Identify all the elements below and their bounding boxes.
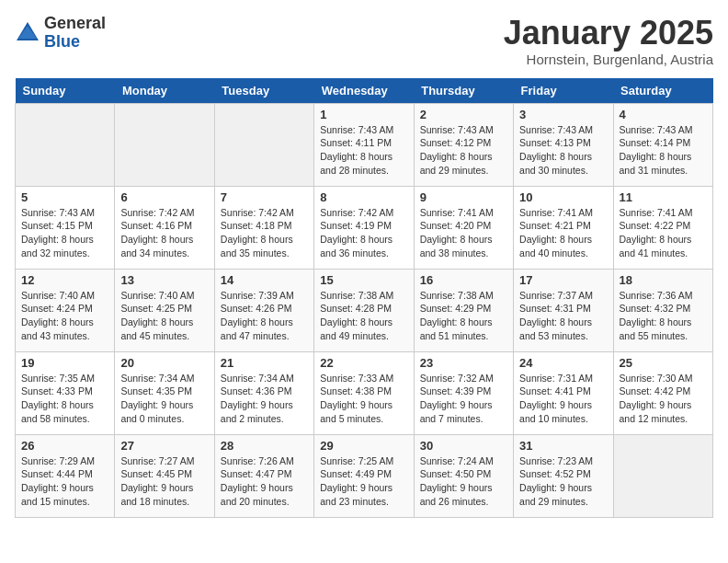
day-info: Sunrise: 7:43 AM Sunset: 4:12 PM Dayligh…: [420, 123, 507, 178]
logo: General Blue: [15, 15, 106, 52]
logo-general-text: General: [44, 15, 106, 33]
day-info: Sunrise: 7:43 AM Sunset: 4:15 PM Dayligh…: [21, 206, 108, 260]
day-number: 30: [420, 439, 507, 453]
day-info: Sunrise: 7:29 AM Sunset: 4:44 PM Dayligh…: [21, 454, 108, 509]
day-info: Sunrise: 7:23 AM Sunset: 4:52 PM Dayligh…: [519, 454, 607, 509]
day-number: 8: [320, 190, 407, 204]
day-number: 25: [620, 356, 707, 370]
day-info: Sunrise: 7:42 AM Sunset: 4:18 PM Dayligh…: [221, 206, 308, 260]
day-info: Sunrise: 7:33 AM Sunset: 4:38 PM Dayligh…: [320, 372, 407, 426]
day-info: Sunrise: 7:38 AM Sunset: 4:28 PM Dayligh…: [320, 289, 407, 343]
calendar-cell: 3Sunrise: 7:43 AM Sunset: 4:13 PM Daylig…: [514, 103, 613, 186]
day-info: Sunrise: 7:40 AM Sunset: 4:25 PM Dayligh…: [120, 289, 208, 343]
day-info: Sunrise: 7:39 AM Sunset: 4:26 PM Dayligh…: [221, 289, 308, 343]
day-number: 31: [519, 439, 607, 453]
calendar-week-row: 12Sunrise: 7:40 AM Sunset: 4:24 PM Dayli…: [16, 269, 713, 351]
calendar-cell: 1Sunrise: 7:43 AM Sunset: 4:11 PM Daylig…: [314, 103, 414, 186]
weekday-header-tuesday: Tuesday: [214, 78, 313, 104]
day-info: Sunrise: 7:41 AM Sunset: 4:21 PM Dayligh…: [519, 206, 607, 260]
calendar-cell: 16Sunrise: 7:38 AM Sunset: 4:29 PM Dayli…: [414, 269, 513, 351]
calendar-cell: 17Sunrise: 7:37 AM Sunset: 4:31 PM Dayli…: [514, 269, 613, 351]
day-info: Sunrise: 7:35 AM Sunset: 4:33 PM Dayligh…: [21, 372, 108, 426]
day-number: 10: [519, 190, 607, 204]
day-info: Sunrise: 7:42 AM Sunset: 4:16 PM Dayligh…: [120, 206, 208, 260]
day-number: 2: [420, 108, 507, 121]
day-number: 7: [221, 190, 308, 204]
day-number: 5: [21, 190, 108, 204]
calendar-cell: 19Sunrise: 7:35 AM Sunset: 4:33 PM Dayli…: [16, 351, 115, 434]
day-number: 19: [21, 356, 108, 370]
day-number: 9: [420, 190, 507, 204]
day-info: Sunrise: 7:34 AM Sunset: 4:36 PM Dayligh…: [221, 372, 308, 426]
day-info: Sunrise: 7:32 AM Sunset: 4:39 PM Dayligh…: [420, 372, 507, 426]
day-number: 14: [221, 273, 308, 287]
calendar-cell: 5Sunrise: 7:43 AM Sunset: 4:15 PM Daylig…: [16, 186, 115, 269]
weekday-header-saturday: Saturday: [613, 78, 712, 104]
calendar-cell: 10Sunrise: 7:41 AM Sunset: 4:21 PM Dayli…: [514, 186, 613, 269]
logo-icon: [15, 20, 40, 46]
day-info: Sunrise: 7:27 AM Sunset: 4:45 PM Dayligh…: [120, 454, 208, 509]
calendar-cell: 14Sunrise: 7:39 AM Sunset: 4:26 PM Dayli…: [214, 269, 313, 351]
calendar-cell: 20Sunrise: 7:34 AM Sunset: 4:35 PM Dayli…: [115, 351, 214, 434]
calendar-cell: 21Sunrise: 7:34 AM Sunset: 4:36 PM Dayli…: [214, 351, 313, 434]
day-number: 26: [21, 439, 108, 453]
day-info: Sunrise: 7:41 AM Sunset: 4:22 PM Dayligh…: [620, 206, 707, 260]
day-number: 20: [120, 356, 208, 370]
calendar-cell: 27Sunrise: 7:27 AM Sunset: 4:45 PM Dayli…: [115, 434, 214, 517]
calendar-cell: 12Sunrise: 7:40 AM Sunset: 4:24 PM Dayli…: [16, 269, 115, 351]
weekday-header-monday: Monday: [115, 78, 214, 104]
weekday-header-thursday: Thursday: [414, 78, 513, 104]
calendar-cell: [115, 103, 214, 186]
day-info: Sunrise: 7:24 AM Sunset: 4:50 PM Dayligh…: [420, 454, 507, 509]
svg-marker-1: [18, 26, 37, 39]
day-number: 3: [519, 108, 607, 121]
day-info: Sunrise: 7:31 AM Sunset: 4:41 PM Dayligh…: [519, 372, 607, 426]
day-info: Sunrise: 7:25 AM Sunset: 4:49 PM Dayligh…: [320, 454, 407, 509]
day-number: 21: [221, 356, 308, 370]
calendar-table: SundayMondayTuesdayWednesdayThursdayFrid…: [15, 78, 713, 518]
calendar-cell: [16, 103, 115, 186]
calendar-week-row: 26Sunrise: 7:29 AM Sunset: 4:44 PM Dayli…: [16, 434, 713, 517]
day-info: Sunrise: 7:34 AM Sunset: 4:35 PM Dayligh…: [120, 372, 208, 426]
day-number: 11: [620, 190, 707, 204]
calendar-cell: 8Sunrise: 7:42 AM Sunset: 4:19 PM Daylig…: [314, 186, 414, 269]
weekday-header-friday: Friday: [514, 78, 613, 104]
calendar-cell: [214, 103, 313, 186]
day-number: 29: [320, 439, 407, 453]
day-info: Sunrise: 7:30 AM Sunset: 4:42 PM Dayligh…: [620, 372, 707, 426]
day-number: 16: [420, 273, 507, 287]
weekday-header-wednesday: Wednesday: [314, 78, 414, 104]
calendar-cell: 15Sunrise: 7:38 AM Sunset: 4:28 PM Dayli…: [314, 269, 414, 351]
calendar-cell: 9Sunrise: 7:41 AM Sunset: 4:20 PM Daylig…: [414, 186, 513, 269]
calendar-cell: 25Sunrise: 7:30 AM Sunset: 4:42 PM Dayli…: [613, 351, 712, 434]
calendar-cell: 28Sunrise: 7:26 AM Sunset: 4:47 PM Dayli…: [214, 434, 313, 517]
day-info: Sunrise: 7:43 AM Sunset: 4:13 PM Dayligh…: [519, 123, 607, 178]
day-number: 12: [21, 273, 108, 287]
day-number: 28: [221, 439, 308, 453]
calendar-cell: 13Sunrise: 7:40 AM Sunset: 4:25 PM Dayli…: [115, 269, 214, 351]
day-info: Sunrise: 7:38 AM Sunset: 4:29 PM Dayligh…: [420, 289, 507, 343]
day-number: 23: [420, 356, 507, 370]
calendar-cell: 29Sunrise: 7:25 AM Sunset: 4:49 PM Dayli…: [314, 434, 414, 517]
day-number: 4: [620, 108, 707, 121]
month-title: January 2025: [504, 15, 713, 52]
day-number: 13: [120, 273, 208, 287]
calendar-cell: 7Sunrise: 7:42 AM Sunset: 4:18 PM Daylig…: [214, 186, 313, 269]
calendar-week-row: 19Sunrise: 7:35 AM Sunset: 4:33 PM Dayli…: [16, 351, 713, 434]
day-info: Sunrise: 7:26 AM Sunset: 4:47 PM Dayligh…: [221, 454, 308, 509]
calendar-cell: 2Sunrise: 7:43 AM Sunset: 4:12 PM Daylig…: [414, 103, 513, 186]
page-header: General Blue January 2025 Hornstein, Bur…: [15, 15, 713, 67]
day-info: Sunrise: 7:41 AM Sunset: 4:20 PM Dayligh…: [420, 206, 507, 260]
calendar-cell: 26Sunrise: 7:29 AM Sunset: 4:44 PM Dayli…: [16, 434, 115, 517]
title-block: January 2025 Hornstein, Burgenland, Aust…: [504, 15, 713, 67]
calendar-cell: 18Sunrise: 7:36 AM Sunset: 4:32 PM Dayli…: [613, 269, 712, 351]
calendar-cell: 24Sunrise: 7:31 AM Sunset: 4:41 PM Dayli…: [514, 351, 613, 434]
calendar-cell: 11Sunrise: 7:41 AM Sunset: 4:22 PM Dayli…: [613, 186, 712, 269]
calendar-week-row: 1Sunrise: 7:43 AM Sunset: 4:11 PM Daylig…: [16, 103, 713, 186]
calendar-cell: 4Sunrise: 7:43 AM Sunset: 4:14 PM Daylig…: [613, 103, 712, 186]
day-info: Sunrise: 7:43 AM Sunset: 4:14 PM Dayligh…: [620, 123, 707, 178]
day-number: 24: [519, 356, 607, 370]
day-number: 17: [519, 273, 607, 287]
calendar-cell: 6Sunrise: 7:42 AM Sunset: 4:16 PM Daylig…: [115, 186, 214, 269]
day-info: Sunrise: 7:42 AM Sunset: 4:19 PM Dayligh…: [320, 206, 407, 260]
